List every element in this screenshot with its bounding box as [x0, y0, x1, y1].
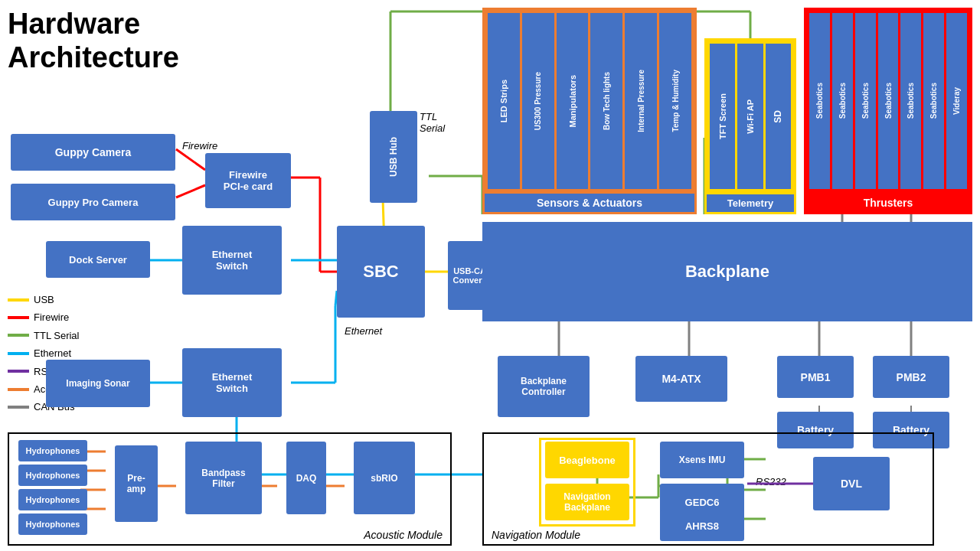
backplane-box: Backplane	[482, 222, 972, 321]
ethernet-label: Ethernet	[345, 325, 382, 337]
dvl-box: DVL	[813, 457, 890, 510]
thr-bar-4: Seabotics	[878, 13, 899, 189]
dock-server-box: Dock Server	[46, 241, 150, 278]
imaging-sonar-box: Imaging Sonar	[46, 360, 150, 407]
thr-bar-7: Videray	[946, 13, 967, 189]
eth-switch-1-box: Ethernet Switch	[182, 226, 282, 295]
pmb1-box: PMB1	[777, 356, 854, 398]
thr-bar-5: Seabotics	[900, 13, 921, 189]
nav-module: Navigation Module Beaglebone Navigation …	[482, 432, 934, 546]
svg-line-0	[176, 149, 205, 170]
nav-yellow-border	[539, 438, 635, 527]
thrusters-container: Seabotics Seabotics Seabotics Seabotics …	[804, 8, 972, 214]
eth-switch-2-box: Ethernet Switch	[182, 348, 282, 417]
preamp-box: Pre- amp	[115, 445, 158, 522]
ahrs8-box: AHRS8	[660, 510, 744, 541]
sensors-label: Sensors & Actuators	[485, 194, 694, 212]
legend-firewire: Firewire	[34, 308, 69, 326]
daq-box: DAQ	[286, 442, 326, 514]
tel-bar-3: SD	[766, 44, 791, 189]
thr-bar-2: Seabotics	[832, 13, 853, 189]
ttl-serial-label: TTLSerial	[420, 111, 445, 134]
guppy-pro-camera-box: Guppy Pro Camera	[11, 184, 175, 220]
guppy-camera-box: Guppy Camera	[11, 134, 175, 171]
bandpass-box: Bandpass Filter	[185, 442, 262, 514]
firewire-pci-box: Firewire PCI-e card	[205, 153, 291, 208]
hydro4: Hydrophones	[18, 514, 87, 535]
sensor-bar-1: LED Strips	[488, 13, 520, 189]
sensor-bar-6: Temp & Humidity	[659, 13, 691, 189]
hydro3: Hydrophones	[18, 489, 87, 510]
rs232-label: RS232	[756, 476, 786, 487]
sbc-box: SBC	[337, 226, 425, 318]
thr-bar-1: Seabotics	[809, 13, 830, 189]
legend-usb: USB	[34, 291, 54, 308]
thr-bar-3: Seabotics	[855, 13, 876, 189]
backplane-ctrl-box: Backplane Controller	[498, 356, 590, 417]
hydro1: Hydrophones	[18, 440, 87, 461]
sensors-container: LED Strips US300 Pressure Manipulators B…	[482, 8, 697, 214]
telemetry-container: TFT Screen Wi-Fi AP SD Telemetry	[704, 38, 796, 214]
page-title: HardwareArchitecture	[8, 8, 179, 74]
thr-bar-6: Seabotics	[923, 13, 944, 189]
m4atx-box: M4-ATX	[635, 356, 727, 402]
hydro2: Hydrophones	[18, 465, 87, 486]
firewire-label: Firewire	[182, 140, 217, 152]
nav-module-label: Navigation Module	[492, 529, 580, 541]
thrusters-label: Thrusters	[806, 194, 970, 212]
sensor-bar-4: Bow Tech lights	[590, 13, 622, 189]
tel-bar-2: Wi-Fi AP	[737, 44, 763, 189]
svg-line-1	[176, 185, 205, 197]
xsens-box: Xsens IMU	[660, 442, 744, 478]
sensor-bar-5: Internal Pressure	[625, 13, 657, 189]
legend-ttl: TTL Serial	[34, 327, 79, 344]
tel-bar-1: TFT Screen	[710, 44, 735, 189]
pmb2-box: PMB2	[873, 356, 949, 398]
sensor-bar-3: Manipulators	[557, 13, 589, 189]
telemetry-label: Telemetry	[707, 194, 794, 212]
acoustic-module: Acoustic Module Hydrophones Hydrophones …	[8, 432, 452, 546]
sbrio-box: sbRIO	[354, 442, 415, 514]
usb-hub-box: USB Hub	[370, 111, 417, 203]
sensor-bar-2: US300 Pressure	[522, 13, 554, 189]
acoustic-module-label: Acoustic Module	[364, 529, 443, 541]
